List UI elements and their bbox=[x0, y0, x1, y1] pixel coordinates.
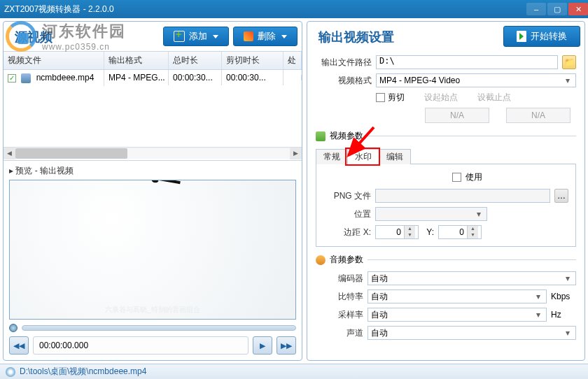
audio-params-group: 音频参数 bbox=[316, 254, 576, 266]
clapper-icon bbox=[316, 131, 326, 141]
col-cut[interactable]: 剪切时长 bbox=[222, 52, 284, 69]
start-point-box: N/A bbox=[425, 108, 489, 123]
convert-icon bbox=[517, 31, 526, 42]
forward-button[interactable]: ▶▶ bbox=[276, 336, 296, 355]
scroll-right-icon[interactable]: ▶ bbox=[290, 148, 302, 159]
video-format-label: 视频格式 bbox=[316, 75, 372, 87]
col-format[interactable]: 输出格式 bbox=[104, 52, 169, 69]
video-params-group: 视频参数 bbox=[316, 130, 576, 142]
output-path-input[interactable]: D:\ bbox=[376, 55, 558, 69]
cut-label: 剪切 bbox=[388, 92, 405, 103]
samplerate-label: 采样率 bbox=[316, 309, 363, 321]
encoder-label: 编码器 bbox=[316, 273, 363, 285]
margin-x-label: 边距 X: bbox=[323, 227, 371, 238]
titlebar: ZXT2007视频转换器 - 2.2.0.0 – ▢ ✕ bbox=[0, 0, 588, 18]
delete-button[interactable]: 删除 bbox=[233, 27, 298, 46]
hz-label: Hz bbox=[551, 310, 576, 320]
tab-general[interactable]: 常规 bbox=[316, 149, 348, 164]
row-cut: 00:00:30... bbox=[222, 70, 284, 85]
minimize-button[interactable]: – bbox=[526, 3, 546, 15]
png-file-label: PNG 文件 bbox=[323, 190, 371, 202]
music-note-icon bbox=[316, 255, 326, 265]
play-button[interactable]: ▶ bbox=[253, 336, 272, 355]
table-row[interactable]: ✓ ncmbdeee.mp4 MP4 - MPEG... 00:00:30...… bbox=[4, 70, 302, 86]
channel-label: 声道 bbox=[316, 327, 363, 339]
transport-controls: ◀◀ 00:00:00.000 ▶ ▶▶ bbox=[9, 336, 296, 355]
bitrate-label: 比特率 bbox=[316, 291, 363, 303]
timecode: 00:00:00.000 bbox=[33, 336, 248, 355]
status-path: D:\tools\桌面\视频\ncmbdeee.mp4 bbox=[20, 366, 146, 378]
watermark-tab-panel: 使用 PNG 文件 … 位置 ▾ 边距 X: ▲▼ Y: bbox=[316, 164, 576, 247]
margin-x-spinner[interactable]: ▲▼ bbox=[375, 225, 419, 239]
samplerate-select[interactable]: 自动▾ bbox=[368, 308, 547, 322]
add-icon bbox=[174, 31, 185, 42]
encoder-select[interactable]: 自动▾ bbox=[368, 271, 576, 285]
video-format-select[interactable]: MP4 - MPEG-4 Video ▾ bbox=[376, 73, 576, 87]
end-point-box: N/A bbox=[506, 108, 570, 123]
output-title: 输出视频设置 bbox=[312, 24, 499, 48]
rewind-button[interactable]: ◀◀ bbox=[9, 336, 29, 355]
col-file[interactable]: 视频文件 bbox=[4, 52, 104, 69]
source-title: 源视频 bbox=[8, 24, 159, 48]
start-convert-button[interactable]: 开始转换 bbox=[503, 26, 580, 47]
preview-progress[interactable] bbox=[9, 324, 296, 332]
browse-png-icon[interactable]: … bbox=[554, 189, 568, 203]
horizontal-scrollbar[interactable]: ◀ ▶ bbox=[4, 147, 302, 159]
broom-icon bbox=[244, 31, 253, 41]
row-progress bbox=[284, 75, 302, 80]
kbps-label: Kbps bbox=[551, 292, 576, 301]
progress-track[interactable] bbox=[22, 325, 296, 331]
maximize-button[interactable]: ▢ bbox=[547, 3, 567, 15]
png-file-input[interactable] bbox=[375, 189, 550, 203]
margin-y-spinner[interactable]: ▲▼ bbox=[438, 225, 482, 239]
row-duration: 00:00:30... bbox=[169, 70, 222, 85]
tab-edit[interactable]: 编辑 bbox=[379, 149, 411, 164]
tab-watermark[interactable]: 水印 bbox=[347, 149, 379, 164]
position-label: 位置 bbox=[323, 208, 371, 220]
position-select[interactable]: ▾ bbox=[375, 207, 487, 221]
file-table-header: 视频文件 输出格式 总时长 剪切时长 处 bbox=[4, 51, 302, 70]
progress-knob[interactable] bbox=[9, 324, 18, 332]
chevron-down-icon bbox=[213, 35, 218, 38]
margin-y-label: Y: bbox=[423, 227, 434, 237]
use-label: 使用 bbox=[465, 171, 482, 183]
source-video-panel: 源视频 添加 删除 视频文件 输出格式 总时长 剪切时长 处 ✓ bbox=[3, 21, 302, 361]
disc-icon bbox=[6, 367, 15, 377]
output-path-label: 输出文件路径 bbox=[316, 57, 372, 69]
file-table-body: ✓ ncmbdeee.mp4 MP4 - MPEG... 00:00:30...… bbox=[4, 70, 302, 147]
output-settings-panel: 输出视频设置 开始转换 输出文件路径 D:\ 📁 视频格式 MP4 - MPEG… bbox=[307, 21, 585, 361]
col-progress[interactable]: 处 bbox=[284, 52, 302, 69]
chevron-down-icon bbox=[281, 35, 287, 38]
video-preview[interactable]: 六泉谷与高晓_特别的音画组合 bbox=[9, 180, 296, 320]
chevron-down-icon: ▾ bbox=[563, 76, 573, 85]
video-params-tabs: 常规 水印 编辑 bbox=[316, 149, 576, 164]
row-format: MP4 - MPEG... bbox=[104, 70, 169, 85]
close-button[interactable]: ✕ bbox=[568, 3, 588, 15]
channel-select[interactable]: 自动▾ bbox=[368, 326, 576, 340]
row-checkbox[interactable]: ✓ bbox=[8, 74, 16, 83]
set-start-label: 设起始点 bbox=[424, 92, 458, 103]
video-file-icon bbox=[21, 73, 31, 83]
bitrate-select[interactable]: 自动▾ bbox=[368, 289, 547, 303]
set-end-label: 设截止点 bbox=[477, 92, 511, 103]
window-title: ZXT2007视频转换器 - 2.2.0.0 bbox=[4, 3, 525, 15]
use-watermark-checkbox[interactable] bbox=[452, 173, 461, 182]
scroll-left-icon[interactable]: ◀ bbox=[4, 148, 15, 159]
status-bar: D:\tools\桌面\视频\ncmbdeee.mp4 bbox=[0, 364, 588, 379]
add-button[interactable]: 添加 bbox=[163, 27, 229, 46]
preview-section: ▸ 预览 - 输出视频 六泉谷与高晓_特别的音画组合 bbox=[4, 160, 302, 360]
browse-folder-icon[interactable]: 📁 bbox=[562, 55, 576, 69]
scroll-thumb[interactable] bbox=[15, 148, 127, 159]
preview-caption: 六泉谷与高晓_特别的音画组合 bbox=[10, 305, 295, 315]
preview-title: ▸ 预览 - 输出视频 bbox=[9, 164, 296, 180]
cut-checkbox[interactable] bbox=[376, 93, 385, 102]
row-filename: ncmbdeee.mp4 bbox=[36, 73, 94, 83]
col-duration[interactable]: 总时长 bbox=[169, 52, 222, 69]
